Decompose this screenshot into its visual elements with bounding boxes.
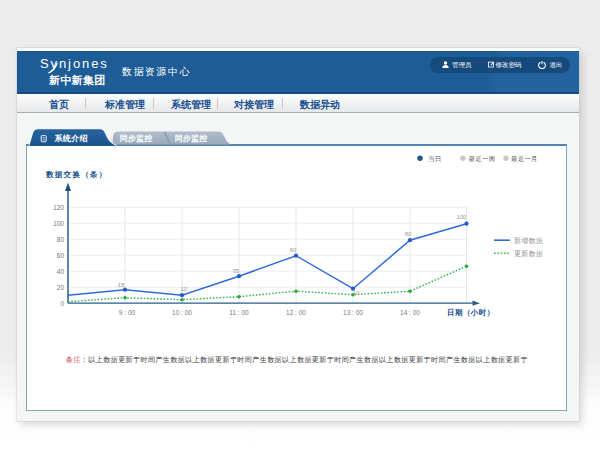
svg-text:100: 100: [53, 219, 64, 226]
svg-text:新增数据: 新增数据: [514, 236, 543, 245]
svg-text:60: 60: [57, 251, 65, 258]
svg-text:10 : 00: 10 : 00: [172, 308, 192, 315]
svg-text:9 : 00: 9 : 00: [119, 308, 136, 315]
svg-text:60: 60: [290, 247, 296, 253]
svg-text:40: 40: [57, 267, 65, 274]
svg-text:更新数据: 更新数据: [514, 249, 543, 258]
svg-text:12 : 00: 12 : 00: [286, 308, 306, 315]
svg-text:18: 18: [118, 282, 124, 288]
svg-text:同步监控: 同步监控: [120, 134, 153, 143]
svg-text:35: 35: [233, 268, 239, 274]
svg-text:同步监控: 同步监控: [175, 134, 208, 143]
svg-text:120: 120: [53, 203, 64, 210]
svg-text:14 : 00: 14 : 00: [400, 308, 420, 315]
svg-text:80: 80: [405, 231, 411, 237]
svg-text:最近一周: 最近一周: [469, 155, 496, 162]
svg-text:10: 10: [181, 286, 187, 292]
svg-text:20: 20: [57, 283, 65, 290]
svg-text:数据交换（条）: 数据交换（条）: [45, 170, 108, 179]
svg-text:0: 0: [60, 299, 64, 306]
svg-text:11 : 00: 11 : 00: [229, 308, 249, 315]
svg-text:13 : 00: 13 : 00: [343, 308, 363, 315]
svg-text:80: 80: [57, 235, 65, 242]
svg-text:日期（小时）: 日期（小时）: [447, 307, 495, 316]
svg-text:最近一月: 最近一月: [511, 155, 538, 163]
svg-text:100: 100: [457, 214, 467, 220]
svg-text:当日: 当日: [428, 155, 441, 162]
svg-text:10: 10: [353, 290, 359, 296]
svg-text:系统介绍: 系统介绍: [54, 133, 88, 143]
